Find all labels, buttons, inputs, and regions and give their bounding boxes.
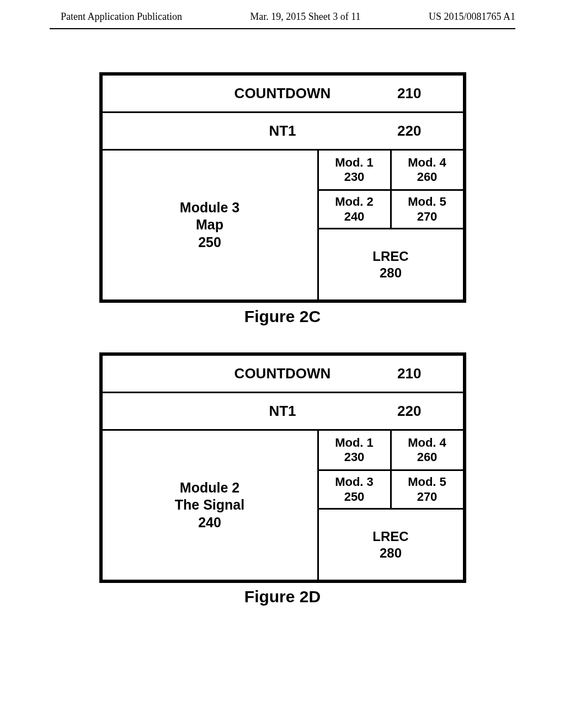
nt1-num: 220 [397,403,421,420]
figure-2d-container: COUNTDOWN 210 NT1 220 Module 2 The Signa… [0,352,565,606]
main-area: Module 2 The Signal 240 Mod. 1 230 Mod. … [103,431,463,580]
mod-num: 230 [344,170,365,184]
header-right: US 2015/0081765 A1 [429,11,515,23]
mod-label: Mod. 3 [335,475,374,489]
mod-1-cell: Mod. 1 230 [319,431,392,469]
nt1-label: NT1 [269,122,296,140]
countdown-num: 210 [397,365,421,382]
left-line2: The Signal [175,496,244,513]
mod-num: 270 [417,210,438,224]
figure-2c-container: COUNTDOWN 210 NT1 220 Module 3 Map 250 M… [0,72,565,326]
lrec-num: 280 [380,265,402,281]
mod-3-cell: Mod. 3 250 [319,471,392,508]
mod-5-cell: Mod. 5 270 [392,471,463,508]
right-panel: Mod. 1 230 Mod. 4 260 Mod. 2 240 Mod. 5 [319,151,463,299]
mod-label: Mod. 1 [335,156,374,170]
countdown-row: COUNTDOWN 210 [103,76,463,111]
nt1-row: NT1 220 [103,393,463,429]
figure-2c-diagram: COUNTDOWN 210 NT1 220 Module 3 Map 250 M… [99,72,466,303]
mod-label: Mod. 4 [408,436,446,450]
left-line2: Map [196,216,223,233]
lrec-label: LREC [372,248,408,265]
mod-4-cell: Mod. 4 260 [392,431,463,469]
mod-2-cell: Mod. 2 240 [319,191,392,228]
mod-num: 250 [344,490,365,504]
lrec-num: 280 [380,545,402,561]
countdown-num: 210 [397,85,421,102]
mod-1-cell: Mod. 1 230 [319,151,392,189]
nt1-row: NT1 220 [103,113,463,149]
mod-label: Mod. 5 [408,475,446,489]
left-line1: Module 2 [180,479,239,496]
left-line3: 240 [198,514,221,531]
left-line3: 250 [198,234,221,251]
mod-4-cell: Mod. 4 260 [392,151,463,189]
lrec-label: LREC [372,528,408,545]
header-left: Patent Application Publication [61,11,182,23]
mod-num: 270 [417,490,438,504]
header-center: Mar. 19, 2015 Sheet 3 of 11 [250,11,360,23]
mod-row: Mod. 1 230 Mod. 4 260 [319,431,463,469]
mod-row: Mod. 1 230 Mod. 4 260 [319,151,463,189]
mod-num: 260 [417,450,438,464]
mod-label: Mod. 5 [408,195,446,209]
countdown-row: COUNTDOWN 210 [103,356,463,392]
left-line1: Module 3 [180,199,239,216]
mod-label: Mod. 1 [335,436,374,450]
mod-5-cell: Mod. 5 270 [392,191,463,228]
figure-2c-caption: Figure 2C [244,307,321,326]
mod-label: Mod. 4 [408,156,446,170]
module-3-map-panel: Module 3 Map 250 [103,151,319,299]
mod-num: 260 [417,170,438,184]
mod-label: Mod. 2 [335,195,374,209]
module-2-signal-panel: Module 2 The Signal 240 [103,431,319,580]
main-area: Module 3 Map 250 Mod. 1 230 Mod. 4 260 [103,151,463,299]
lrec-cell: LREC 280 [319,228,463,299]
countdown-label: COUNTDOWN [234,85,331,102]
mod-row: Mod. 2 240 Mod. 5 270 [319,189,463,228]
nt1-label: NT1 [269,403,296,420]
header-divider [50,28,515,29]
nt1-num: 220 [397,122,421,140]
mod-num: 240 [344,210,365,224]
page-header: Patent Application Publication Mar. 19, … [0,0,565,28]
figure-2d-caption: Figure 2D [244,587,321,606]
countdown-label: COUNTDOWN [234,365,331,382]
mod-row: Mod. 3 250 Mod. 5 270 [319,469,463,508]
mod-num: 230 [344,450,365,464]
lrec-cell: LREC 280 [319,508,463,580]
right-panel: Mod. 1 230 Mod. 4 260 Mod. 3 250 Mod. 5 [319,431,463,580]
figure-2d-diagram: COUNTDOWN 210 NT1 220 Module 2 The Signa… [99,352,466,583]
